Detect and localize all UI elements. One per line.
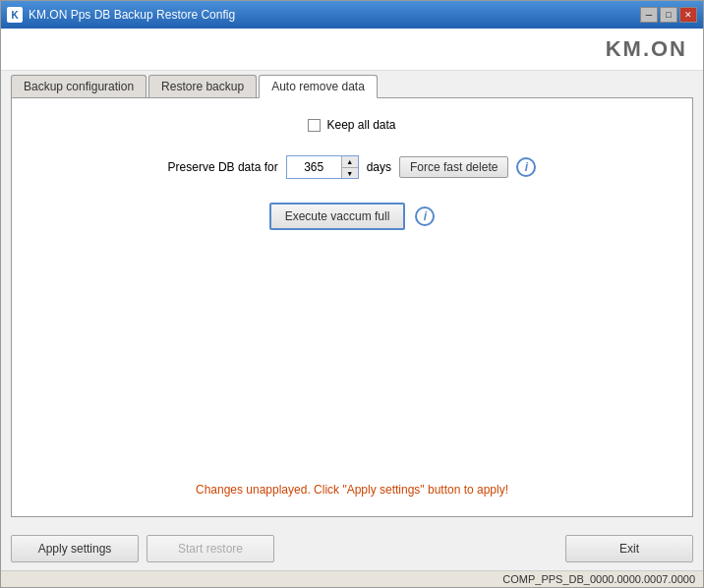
- apply-settings-button[interactable]: Apply settings: [11, 535, 139, 562]
- execute-row: Execute vaccum full i: [269, 203, 436, 230]
- bottom-bar: Apply settings Start restore Exit: [1, 527, 703, 570]
- window-title: KM.ON Pps DB Backup Restore Config: [29, 8, 640, 22]
- keep-all-checkbox[interactable]: [308, 119, 321, 132]
- tab-restore-backup[interactable]: Restore backup: [148, 75, 257, 97]
- keep-all-label: Keep all data: [326, 118, 395, 132]
- spinner-buttons: ▲ ▼: [341, 156, 358, 178]
- preserve-label: Preserve DB data for: [168, 160, 278, 174]
- header-brand: KM.ON: [1, 29, 703, 71]
- force-delete-info-icon[interactable]: i: [516, 157, 536, 177]
- spin-down-button[interactable]: ▼: [342, 167, 358, 178]
- window-controls: ─ □ ✕: [640, 7, 697, 23]
- execute-info-icon[interactable]: i: [415, 206, 435, 226]
- content-panel: Keep all data Preserve DB data for ▲ ▼ d…: [11, 97, 693, 517]
- days-input[interactable]: [287, 156, 341, 178]
- tabs-container: Backup configuration Restore backup Auto…: [1, 71, 703, 97]
- minimize-button[interactable]: ─: [640, 7, 658, 23]
- start-restore-button[interactable]: Start restore: [147, 535, 274, 562]
- tab-backup-configuration[interactable]: Backup configuration: [11, 75, 147, 97]
- main-window: K KM.ON Pps DB Backup Restore Config ─ □…: [0, 0, 704, 588]
- panel-inner: Keep all data Preserve DB data for ▲ ▼ d…: [31, 118, 673, 497]
- spin-up-button[interactable]: ▲: [342, 156, 358, 167]
- days-spinner: ▲ ▼: [286, 155, 359, 179]
- brand-logo: KM.ON: [606, 36, 687, 62]
- status-text: COMP_PPS_DB_0000.0000.0007.0000: [502, 573, 695, 585]
- titlebar: K KM.ON Pps DB Backup Restore Config ─ □…: [1, 1, 703, 29]
- tab-auto-remove-data[interactable]: Auto remove data: [259, 75, 378, 98]
- execute-vaccum-button[interactable]: Execute vaccum full: [269, 203, 406, 230]
- keep-all-row: Keep all data: [308, 118, 395, 132]
- maximize-button[interactable]: □: [660, 7, 677, 23]
- exit-button[interactable]: Exit: [565, 535, 693, 562]
- force-fast-delete-button[interactable]: Force fast delete: [399, 156, 508, 178]
- days-label: days: [367, 160, 391, 174]
- keep-all-checkbox-wrapper: Keep all data: [308, 118, 395, 132]
- close-button[interactable]: ✕: [679, 7, 697, 23]
- warning-message: Changes unapplayed. Click "Apply setting…: [196, 473, 508, 497]
- preserve-row: Preserve DB data for ▲ ▼ days Force fast…: [168, 155, 537, 179]
- main-content: Keep all data Preserve DB data for ▲ ▼ d…: [1, 97, 703, 527]
- status-bar: COMP_PPS_DB_0000.0000.0007.0000: [1, 570, 703, 587]
- app-icon: K: [7, 7, 23, 23]
